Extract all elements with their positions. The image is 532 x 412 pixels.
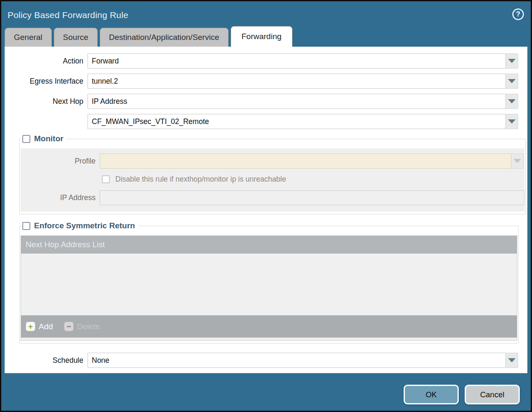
next-hop-dropdown [88,94,518,109]
action-label: Action [5,57,88,66]
action-dropdown [88,53,518,69]
delete-button: − Delete [64,322,100,331]
monitor-panel: Profile Disable this rule if nexthop/mon… [21,148,524,211]
monitor-ip-address-row: IP Address [21,190,524,205]
schedule-input[interactable] [88,353,506,368]
monitor-ip-address-input [100,190,524,205]
minus-icon: − [64,322,74,331]
profile-row: Profile [21,153,524,169]
tab-general[interactable]: General [5,28,52,47]
tab-source[interactable]: Source [54,28,98,47]
egress-interface-row: Egress Interface [5,74,527,89]
footer-buttons: OK Cancel [404,385,520,404]
next-hop-input[interactable] [88,94,506,109]
add-button[interactable]: + Add [26,322,53,331]
tab-forwarding[interactable]: Forwarding [231,26,293,47]
action-dropdown-button[interactable] [506,53,518,69]
caret-down-icon [508,119,516,124]
cancel-button[interactable]: Cancel [465,385,520,404]
egress-interface-dropdown [88,74,518,89]
enforce-symmetric-return-fieldset: Enforce Symmetric Return Next Hop Addres… [19,221,519,343]
next-hop-address-list-header: Next Hop Address List [21,236,517,254]
egress-interface-label: Egress Interface [5,77,88,86]
enforce-symmetric-return-checkbox[interactable] [22,222,30,230]
add-button-label: Add [39,322,53,331]
monitor-fieldset: Monitor Profile Disable this rule if nex… [19,134,526,214]
action-row: Action [5,53,527,69]
table-bottom-strip [21,338,517,341]
dialog-title: Policy Based Forwarding Rule [8,10,531,20]
next-hop-address-list-body[interactable] [21,254,517,315]
schedule-row: Schedule [5,353,527,368]
monitor-checkbox[interactable] [22,135,30,143]
next-hop-label: Next Hop [5,97,88,106]
disable-rule-row: Disable this rule if nexthop/monitor ip … [102,175,524,184]
dialog-titlebar: Policy Based Forwarding Rule ? [1,1,531,26]
forwarding-tab-panel: Action Egress Interface Next Hop [5,47,527,373]
delete-button-label: Delete [77,322,100,331]
plus-icon: + [26,322,35,331]
next-hop-address-dropdown-button[interactable] [506,114,518,129]
schedule-dropdown [88,353,518,368]
schedule-dropdown-button[interactable] [506,353,518,368]
action-input[interactable] [88,53,506,69]
next-hop-address-list-toolbar: + Add − Delete [21,315,517,338]
caret-down-icon [508,59,516,63]
profile-dropdown [100,153,524,169]
disable-rule-label: Disable this rule if nexthop/monitor ip … [115,175,286,184]
profile-dropdown-button [511,153,524,169]
caret-down-icon [508,79,516,83]
monitor-legend: Monitor [21,134,66,143]
schedule-label: Schedule [5,356,88,365]
ok-button[interactable]: OK [404,385,459,404]
enforce-symmetric-return-legend: Enforce Symmetric Return [21,221,138,230]
profile-label: Profile [21,157,100,166]
tab-destination-application-service[interactable]: Destination/Application/Service [100,28,229,47]
egress-interface-dropdown-button[interactable] [506,74,518,89]
next-hop-address-row [5,114,527,129]
next-hop-row: Next Hop [5,94,527,109]
enforce-symmetric-return-legend-label: Enforce Symmetric Return [34,221,135,230]
caret-down-icon [508,358,516,362]
caret-down-icon [513,159,521,163]
egress-interface-input[interactable] [88,74,506,89]
caret-down-icon [508,99,516,103]
next-hop-address-input[interactable] [88,114,506,129]
tab-bar: General Source Destination/Application/S… [1,26,531,47]
next-hop-dropdown-button[interactable] [506,94,518,109]
monitor-ip-address-label: IP Address [21,193,100,202]
monitor-legend-label: Monitor [34,134,64,143]
next-hop-address-dropdown [88,114,518,129]
dialog-footer: OK Cancel [1,373,531,411]
profile-input [100,153,511,169]
policy-based-forwarding-dialog: Policy Based Forwarding Rule ? General S… [0,0,532,412]
disable-rule-checkbox [102,175,110,183]
next-hop-address-list-table: Next Hop Address List + Add − Delete [21,235,517,338]
help-icon[interactable]: ? [512,8,524,20]
